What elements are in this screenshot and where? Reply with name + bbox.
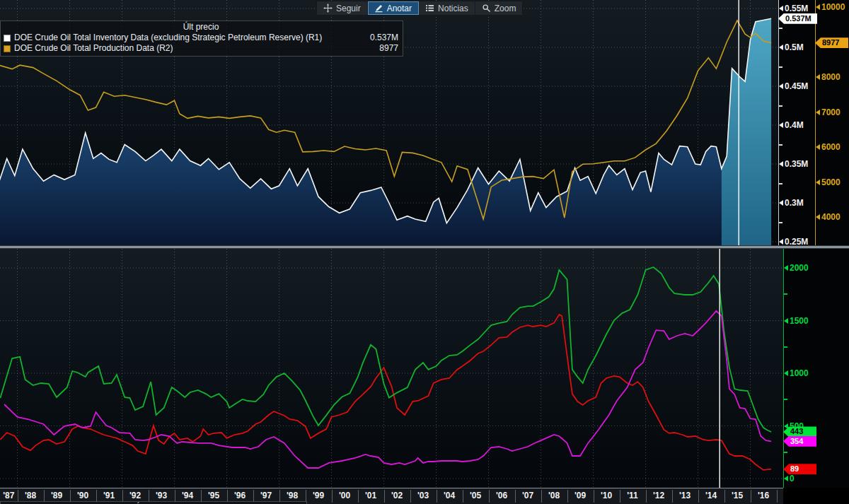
top-chart-panel[interactable]: Últ precio DOE Crude Oil Total Inventory…: [0, 0, 778, 245]
x-axis-separator: [410, 490, 411, 503]
axis-tick: 6000: [816, 142, 841, 152]
axis-tick: 0.55M: [779, 4, 808, 13]
x-axis-separator: [489, 490, 490, 503]
axis-tick-label: 1000: [790, 368, 809, 378]
axis-tick-label: 0.55M: [785, 4, 808, 13]
x-axis-separator: [332, 490, 333, 503]
axis-tick-label: 0: [790, 474, 795, 484]
axis-tick: 1500: [784, 316, 809, 326]
axis-tick: 0.4M: [779, 120, 804, 130]
x-axis-year-label: '03: [417, 491, 429, 500]
axis-tick: 10000: [816, 2, 845, 12]
right-axis-production: 1000080007000600050004000: [815, 0, 849, 245]
axis-tick-label: 10000: [821, 2, 845, 12]
x-axis-year-label: '02: [391, 491, 403, 500]
axis-tick-label: 4000: [821, 212, 841, 222]
x-axis-year-label: '06: [496, 491, 507, 500]
x-axis-year-label: '15: [732, 491, 743, 500]
axis-tick: 0: [784, 474, 795, 484]
axis-tick-label: 0.4M: [785, 120, 804, 130]
x-axis-year-label: '95: [208, 491, 219, 500]
toolbar-button-label: Anotar: [387, 4, 412, 13]
axis-tick-label: 1500: [790, 316, 809, 326]
tick-arrow-icon: [816, 144, 820, 150]
last-price-tag: 443: [783, 426, 816, 437]
axis-minor-tick: [779, 144, 782, 146]
tick-arrow-icon: [779, 83, 783, 89]
tick-arrow-icon: [784, 265, 788, 271]
axis-tick-label: 0.25M: [785, 237, 808, 247]
tick-arrow-icon: [779, 239, 783, 245]
annotation-toolbar: SeguirAnotarNoticiasZoom: [316, 1, 523, 16]
legend-label: DOE Crude Oil Total Inventory Data (excl…: [14, 33, 364, 43]
x-axis-year-label: '92: [129, 491, 141, 500]
x-axis-year-label: '89: [51, 491, 62, 500]
x-axis-separator: [646, 490, 647, 503]
x-axis-separator: [724, 490, 725, 503]
axis-minor-tick: [784, 452, 787, 453]
axis-tick-label: 0.35M: [785, 159, 808, 169]
rig-count-chart[interactable]: [0, 249, 783, 488]
bottom-legend: Últ precio Baker Hughes United States Oi…: [0, 501, 307, 504]
tick-arrow-icon: [779, 122, 783, 128]
axis-minor-tick: [784, 293, 787, 295]
legend-row: DOE Crude Oil Total Production Data (R2)…: [4, 43, 398, 54]
tick-arrow-icon: [816, 180, 820, 185]
tick-arrow-icon: [784, 370, 788, 376]
axis-tick: 0.25M: [779, 237, 808, 247]
x-axis-separator: [698, 490, 699, 503]
axis-tick: 4000: [816, 212, 841, 222]
x-axis-separator: [358, 490, 359, 503]
top-legend: Últ precio DOE Crude Oil Total Inventory…: [0, 20, 403, 57]
axis-tick: 0.35M: [779, 159, 808, 169]
news-list-icon: [425, 4, 434, 13]
axis-tick: 0.45M: [779, 81, 808, 91]
right-axis-inventory: 0.55M0.5M0.45M0.4M0.35M0.3M0.25M: [778, 0, 815, 245]
axis-tick-label: 2000: [790, 263, 809, 273]
legend-label: DOE Crude Oil Total Production Data (R2): [14, 43, 374, 54]
last-price-tag: 0.537M: [778, 13, 817, 24]
axis-minor-tick: [784, 346, 787, 348]
toolbar-button-label: Noticias: [438, 4, 468, 13]
zoom-button[interactable]: Zoom: [475, 1, 523, 15]
move-crosshair-icon: [323, 4, 333, 13]
axis-minor-tick: [779, 222, 782, 223]
series-rig-2: [0, 315, 771, 470]
x-axis-year-label: '94: [182, 491, 193, 500]
x-axis-year-label: '04: [444, 491, 455, 500]
axis-tick-label: 6000: [821, 142, 841, 152]
x-axis-separator: [620, 490, 620, 503]
axis-tick-label: 8000: [821, 72, 841, 82]
axis-tick: 0.3M: [779, 198, 804, 208]
series-rig-0: [0, 267, 771, 432]
x-axis-year-label: '90: [77, 491, 88, 500]
x-axis-year-label: '12: [653, 491, 664, 500]
bottom-chart-panel[interactable]: Últ precio Baker Hughes United States Oi…: [0, 249, 783, 488]
axis-tick-label: 5000: [821, 177, 841, 187]
x-axis-separator: [777, 490, 778, 503]
x-axis-separator: [751, 490, 751, 503]
legend-swatch-icon: [4, 35, 11, 42]
axis-tick-label: 0.3M: [785, 198, 804, 208]
seguir-button[interactable]: Seguir: [317, 1, 368, 15]
anotar-button[interactable]: Anotar: [368, 1, 419, 15]
x-axis-year-label: '10: [601, 491, 612, 500]
right-axis-rig-count: 2000150010005000: [783, 249, 849, 488]
tick-arrow-icon: [816, 74, 820, 80]
x-axis-year-label: '93: [156, 491, 167, 500]
x-axis-year-label: '99: [313, 491, 324, 500]
x-axis-year-label: '87: [3, 491, 14, 500]
noticias-button[interactable]: Noticias: [419, 1, 475, 15]
x-axis-year-label: '14: [705, 491, 717, 500]
x-axis-year-label: '00: [339, 491, 350, 500]
magnifier-icon: [482, 4, 491, 13]
tick-arrow-icon: [784, 318, 788, 324]
x-axis-separator: [384, 490, 385, 503]
x-axis-separator: [672, 490, 673, 503]
axis-minor-tick: [779, 66, 782, 68]
x-axis-year-label: '98: [287, 491, 298, 500]
pencil-icon: [374, 4, 383, 13]
axis-tick: 5000: [816, 177, 841, 187]
x-axis-year-label: '16: [758, 491, 769, 500]
tick-arrow-icon: [779, 161, 783, 167]
